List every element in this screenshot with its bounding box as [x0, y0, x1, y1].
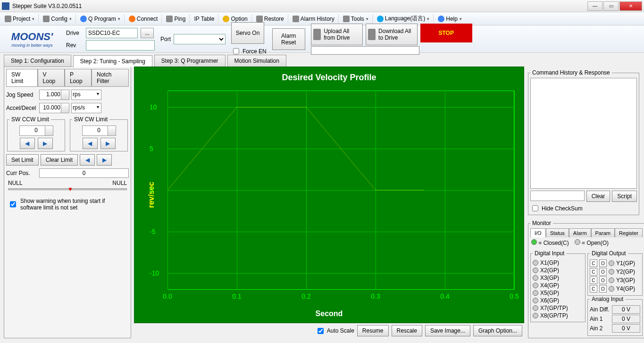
accel-label: Accel/Decel [6, 105, 37, 111]
accel-input[interactable]: 10.000 [39, 103, 69, 113]
menu-project[interactable]: Project [2, 14, 37, 24]
servo-on-button[interactable]: Servo On [231, 22, 264, 44]
cw-limit-input[interactable]: 0 [82, 125, 116, 136]
maximize-button[interactable]: ▭ [603, 1, 619, 11]
accel-unit[interactable]: rps/s [71, 103, 101, 113]
ccw-left-button[interactable]: ◀ [20, 138, 35, 149]
led-open-icon [575, 239, 580, 245]
menu-iptable[interactable]: IP Table [191, 14, 217, 24]
alarm-reset-button[interactable]: Alarm Reset [272, 28, 305, 50]
digital-input-row: X2(GP) [533, 267, 583, 274]
progress-bar [311, 46, 419, 55]
jog-speed-unit[interactable]: rps [71, 90, 101, 100]
set-limit-button[interactable]: Set Limit [6, 154, 39, 166]
subtab-ploop[interactable]: P Loop [65, 69, 92, 86]
subtab-swlimit[interactable]: SW Limit [6, 69, 38, 86]
drive-browse-button[interactable]: ... [141, 28, 154, 38]
output-led-icon [609, 269, 614, 275]
tab-motion-sim[interactable]: Motion Simulation [227, 55, 286, 67]
project-icon [5, 16, 11, 22]
config-icon [43, 16, 50, 22]
ytick: -10 [150, 269, 159, 277]
drive-field[interactable] [86, 28, 138, 38]
monitor-tab-register[interactable]: Register [615, 228, 643, 237]
xtick: 0.5 [510, 293, 519, 300]
tab-step2[interactable]: Step 2: Tuning - Sampling [73, 55, 152, 67]
input-led-icon [533, 268, 538, 273]
tab-step3[interactable]: Step 3: Q Programmer [154, 55, 226, 67]
menu-qprogram[interactable]: Q Program [77, 14, 123, 24]
rev-field[interactable] [86, 40, 155, 50]
save-image-button[interactable]: Save Image... [425, 325, 470, 336]
rescale-button[interactable]: Rescale [392, 325, 422, 336]
close-button[interactable]: ✕ [619, 1, 642, 11]
xtick: 0.4 [440, 293, 449, 300]
graph-option-button[interactable]: Graph Option... [473, 325, 522, 336]
menu-connect[interactable]: Connect [126, 14, 161, 24]
warn-checkbox[interactable] [10, 199, 16, 209]
stop-button[interactable]: STOP [420, 24, 472, 42]
chart-area: Desired Velocity Profile rev/sec Second … [134, 67, 524, 323]
monitor-tab-alarm[interactable]: Alarm [569, 228, 591, 237]
output-c-button[interactable]: C [590, 268, 597, 276]
menu-tools[interactable]: Tools [340, 14, 371, 24]
xtick: 0.2 [301, 293, 310, 300]
digital-output-row: COY2(GP) [590, 268, 640, 276]
ain2-value: 0 V [612, 324, 640, 333]
command-input[interactable] [530, 191, 585, 201]
digital-input-group: Digital Input X1(GP)X2(GP)X3(GP)X4(GP)X5… [530, 250, 585, 322]
output-led-icon [609, 260, 614, 266]
upload-all-button[interactable]: Upload All from Drive [311, 24, 363, 45]
menu-config[interactable]: Config [40, 14, 75, 24]
chart-panel: Desired Velocity Profile rev/sec Second … [134, 67, 524, 338]
jog-speed-input[interactable]: 1.000 [39, 90, 69, 100]
null-left: NULL [8, 180, 23, 186]
menu-ping[interactable]: Ping [163, 14, 188, 24]
monitor-tab-param[interactable]: Param [591, 228, 615, 237]
monitor-tab-io[interactable]: I/O [530, 228, 546, 237]
chart-plot: 0.00.10.20.30.40.5-10-50510 [167, 91, 514, 290]
cw-left-button[interactable]: ◀ [83, 138, 98, 149]
logo: MOONS' moving in better ways [4, 31, 60, 48]
digital-input-row: X7(GP/TP) [533, 305, 583, 311]
command-log[interactable] [530, 78, 637, 189]
nav-right-button[interactable]: ▶ [97, 154, 112, 166]
currpos-label: Curr Pos. [6, 170, 37, 176]
tab-step1[interactable]: Step 1: Configuration [4, 55, 71, 67]
monitor-tab-status[interactable]: Status [546, 228, 569, 237]
ccw-limit-input[interactable]: 0 [19, 125, 53, 136]
output-c-button[interactable]: C [590, 285, 597, 293]
output-o-button[interactable]: O [599, 268, 607, 276]
download-all-button[interactable]: Download All to Drive [366, 24, 418, 45]
subtab-vloop[interactable]: V Loop [38, 69, 65, 86]
output-c-button[interactable]: C [590, 276, 597, 284]
resume-button[interactable]: Resume [357, 325, 389, 336]
menu-alarmhistory[interactable]: Alarm History [290, 14, 337, 24]
nav-left-button[interactable]: ◀ [80, 154, 95, 166]
input-led-icon [533, 283, 538, 288]
output-o-button[interactable]: O [599, 276, 607, 284]
digital-input-row: X3(GP) [533, 275, 583, 281]
menu-language[interactable]: Language(语言) [374, 13, 432, 24]
clear-log-button[interactable]: Clear [586, 191, 611, 202]
position-slider[interactable]: ▼ [8, 188, 127, 190]
rev-label: Rev [66, 42, 83, 49]
hide-checksum-checkbox[interactable]: Hide CheckSum [530, 204, 637, 213]
ccw-right-button[interactable]: ▶ [38, 138, 53, 149]
step-tabs: Step 1: Configuration Step 2: Tuning - S… [0, 53, 644, 67]
script-button[interactable]: Script [612, 191, 637, 202]
input-led-icon [533, 275, 538, 281]
tools-icon [343, 16, 350, 22]
port-select[interactable] [174, 34, 226, 44]
minimize-button[interactable]: — [587, 1, 602, 11]
output-c-button[interactable]: C [590, 259, 597, 267]
autoscale-checkbox[interactable]: Auto Scale [316, 326, 354, 335]
output-o-button[interactable]: O [599, 285, 607, 293]
cw-right-button[interactable]: ▶ [100, 138, 116, 149]
subtab-notch[interactable]: Notch Filter [92, 69, 129, 86]
logo-text: MOONS' [11, 31, 53, 43]
menu-help[interactable]: Help [435, 14, 465, 24]
right-panel: Command History & Response Clear Script … [527, 67, 640, 338]
output-o-button[interactable]: O [599, 259, 607, 267]
clear-limit-button[interactable]: Clear Limit [41, 154, 78, 166]
